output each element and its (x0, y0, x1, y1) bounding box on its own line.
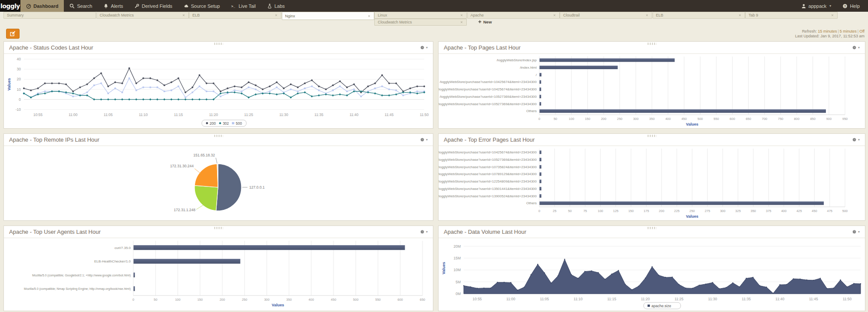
refresh-label: Refresh: (802, 29, 817, 33)
tab-close-icon[interactable] (553, 13, 556, 17)
refresh-option-5-minutes[interactable]: 5 minutes (840, 29, 857, 33)
svg-text:11:00: 11:00 (506, 297, 515, 301)
svg-text:/logglyWebStore/purchase?userI: /logglyWebStore/purchase?userId=10425674… (439, 80, 537, 84)
panel-settings-button[interactable]: ▾ (420, 45, 428, 50)
svg-text:750: 750 (778, 117, 784, 121)
nav-item-live-tail[interactable]: >_Live Tail (225, 0, 261, 12)
svg-text:450: 450 (331, 298, 337, 302)
tab-close-icon[interactable] (274, 13, 278, 17)
svg-text:10:55: 10:55 (33, 113, 43, 117)
tab-tab-9[interactable]: Tab 9 (745, 12, 838, 19)
svg-text:30: 30 (17, 67, 21, 71)
tab-cloudwatch-metrics[interactable]: Cloudwatch Metrics (374, 19, 467, 26)
panel-user-agents: Apache - Top User Agents Last Hour▾05010… (3, 226, 433, 311)
bar (134, 272, 135, 277)
tab-label: ELB (656, 13, 663, 17)
panel-title: Apache - Data Volume Last Hour (444, 229, 526, 235)
svg-text:150: 150 (197, 298, 203, 302)
tab-close-icon[interactable] (460, 20, 463, 24)
gear-icon[interactable] (852, 45, 857, 50)
bar (540, 202, 824, 205)
search-icon (69, 3, 75, 9)
tab-elb[interactable]: ELB (653, 12, 745, 19)
svg-text:11:05: 11:05 (104, 113, 113, 117)
tab-apache[interactable]: Apache (467, 12, 560, 19)
panel-settings-button[interactable]: ▾ (852, 229, 860, 234)
nav-item-dashboard[interactable]: Dashboard (20, 0, 64, 12)
svg-text:200: 200 (210, 121, 216, 126)
tab-close-icon[interactable] (645, 13, 649, 17)
pie-slice-172.31.1.248 (195, 186, 218, 211)
bar (540, 158, 541, 161)
svg-text:100: 100 (569, 117, 574, 121)
drag-handle[interactable] (647, 43, 657, 45)
nav-item-source-setup[interactable]: Source Setup (178, 0, 226, 12)
chevron-down-icon: ▾ (858, 230, 860, 234)
svg-text:300: 300 (264, 298, 270, 302)
drag-handle[interactable] (214, 227, 223, 229)
bar (540, 102, 541, 106)
dashboard-icon (26, 3, 31, 9)
svg-text:0: 0 (132, 298, 134, 302)
svg-text:325: 325 (735, 209, 741, 213)
tab-close-icon[interactable] (367, 14, 371, 18)
nav-item-apppack[interactable]: apppack▾ (795, 0, 837, 12)
tab-close-icon[interactable] (831, 13, 834, 17)
new-tab-button[interactable]: New (478, 19, 492, 25)
tab-close-icon[interactable] (460, 13, 463, 17)
plus-icon (478, 20, 482, 24)
drag-handle[interactable] (214, 135, 223, 137)
dashboard-tab-bar: SummaryCloudwatch MetricsELBNginxLinuxAp… (0, 12, 868, 27)
tab-close-icon[interactable] (182, 13, 185, 17)
help-icon: ? (842, 3, 848, 9)
tab-cloudwatch-metrics[interactable]: Cloudwatch Metrics (96, 12, 189, 19)
loggly-logo[interactable]: loggly (0, 0, 20, 12)
edit-dashboard-button[interactable] (6, 29, 20, 39)
top-navbar: loggly DashboardSearchAlertsDerived Fiel… (0, 0, 868, 12)
svg-text:200: 200 (220, 298, 225, 302)
nav-item-labs[interactable]: Labs (261, 0, 290, 12)
tab-cloudtrail[interactable]: Cloudtrail (560, 12, 652, 19)
gear-icon[interactable] (420, 45, 425, 50)
nav-item-search[interactable]: Search (64, 0, 98, 12)
tab-elb[interactable]: ELB (189, 12, 281, 19)
panel-settings-button[interactable]: ▾ (420, 229, 428, 234)
svg-text:11:05: 11:05 (540, 297, 549, 301)
refresh-option-15-minutes[interactable]: 15 minutes (818, 29, 837, 33)
svg-text:11:25: 11:25 (674, 297, 683, 301)
svg-text:/logglyWebStore/purchase?userI: /logglyWebStore/purchase?userId=13900524… (439, 194, 537, 198)
panel-settings-button[interactable]: ▾ (852, 137, 860, 142)
svg-text:/logglyWebStore/purchase?userI: /logglyWebStore/purchase?userId=10735824… (439, 165, 537, 169)
panel-settings-button[interactable]: ▾ (420, 137, 428, 142)
tab-close-icon[interactable] (738, 13, 742, 17)
svg-text:/logglyWebStore/purchase?userI: /logglyWebStore/purchase?userId=12254809… (439, 179, 537, 183)
gear-icon[interactable] (852, 229, 857, 234)
nav-item-alerts[interactable]: Alerts (98, 0, 129, 12)
gear-icon[interactable] (420, 137, 425, 142)
nav-item-derived-fields[interactable]: Derived Fields (129, 0, 178, 12)
svg-text:11:35: 11:35 (742, 297, 751, 301)
nav-item-label: Live Tail (238, 3, 256, 9)
svg-text:20M: 20M (453, 244, 461, 249)
svg-text:Values: Values (442, 262, 446, 275)
tab-summary[interactable]: Summary (3, 12, 96, 19)
terminal-icon: >_ (231, 3, 236, 9)
close-icon (182, 13, 185, 17)
close-icon (645, 13, 649, 17)
tab-nginx[interactable]: Nginx (282, 12, 374, 20)
nav-item-help[interactable]: ?Help (837, 0, 865, 12)
svg-text:350: 350 (286, 298, 292, 302)
drag-handle[interactable] (214, 43, 223, 45)
gear-icon[interactable] (852, 137, 857, 142)
refresh-option-off[interactable]: Off (859, 29, 865, 33)
gear-icon[interactable] (420, 229, 425, 234)
panel-settings-button[interactable]: ▾ (852, 45, 860, 50)
svg-text:200: 200 (601, 117, 607, 121)
svg-text:Values: Values (7, 78, 11, 91)
drag-handle[interactable] (647, 227, 657, 229)
drag-handle[interactable] (647, 135, 657, 137)
cloud-icon (184, 3, 189, 9)
user-icon (801, 3, 806, 9)
svg-text:/logglyWebStore/purchase?userI: /logglyWebStore/purchase?userId=10527369… (439, 95, 537, 99)
tab-linux[interactable]: Linux (374, 12, 467, 19)
